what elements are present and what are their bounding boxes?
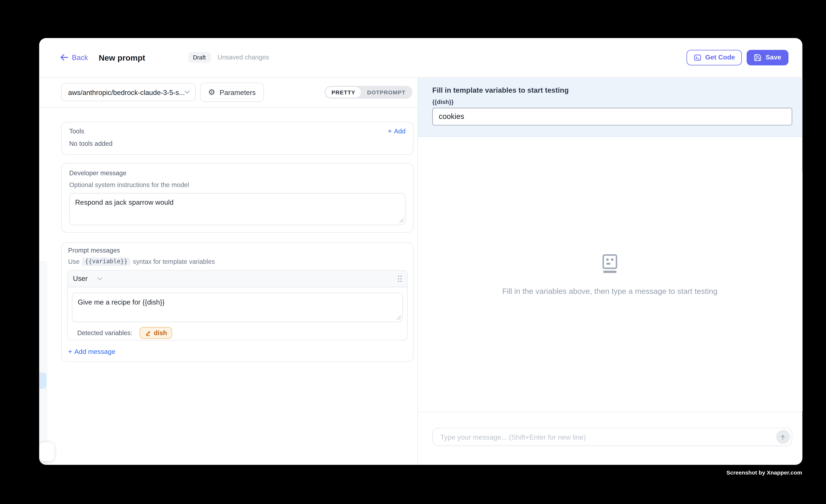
body: aws/anthropic/bedrock-claude-3-5-s... ⚙ … [39,77,802,465]
developer-message-title: Developer message [69,169,406,177]
message-textarea-wrap: Give me a recipe for {{dish}} [72,293,403,322]
edit-pen-icon [145,329,151,336]
save-label: Save [766,54,781,61]
hint-prefix: Use [68,258,79,265]
format-toggle: PRETTY DOTPROMPT [324,86,413,99]
chevron-down-icon [97,277,103,280]
arrow-up-icon [779,433,786,440]
variable-badge-label: dish [154,329,167,336]
tester-pane: Fill in template variables to start test… [417,77,802,465]
developer-message-input[interactable]: Respond as jack sparrow would [69,193,406,225]
back-arrow-icon [60,54,68,61]
plus-icon: + [68,348,72,355]
get-code-label: Get Code [705,54,735,61]
prompt-messages-title: Prompt messages [68,246,408,254]
toggle-pretty[interactable]: PRETTY [326,87,361,98]
background-floating-card[interactable] [39,442,54,461]
editor-toolbar: aws/anthropic/bedrock-claude-3-5-s... ⚙ … [39,77,417,108]
dish-variable-input[interactable] [432,108,792,125]
tools-title: Tools [69,127,84,135]
header: Back New prompt Draft Unsaved changes Ge… [39,38,802,77]
editor-scroll-area: Tools + Add No tools added Developer mes… [39,108,417,362]
developer-message-card: Developer message Optional system instru… [61,163,414,232]
plus-icon: + [388,128,392,134]
app-window: Back New prompt Draft Unsaved changes Ge… [39,38,802,465]
drag-handle[interactable] [398,275,402,282]
chevron-down-icon [184,91,190,94]
back-button[interactable]: Back [60,54,88,62]
message-header: User [68,270,407,287]
chat-input-bar [417,412,802,465]
send-button[interactable] [776,430,790,444]
code-terminal-icon [694,54,702,62]
chat-empty-state: Fill in the variables above, then type a… [417,137,802,412]
role-selector-value[interactable]: User [73,274,88,282]
add-message-button[interactable]: + Add message [68,348,408,355]
prompt-editor-pane: aws/anthropic/bedrock-claude-3-5-s... ⚙ … [39,77,418,465]
variable-code-chip: {{variable}} [82,257,130,266]
hint-suffix: syntax for template variables [133,258,215,265]
bot-face-icon [600,253,620,274]
chat-message-input[interactable] [439,432,773,442]
unsaved-changes-note: Unsaved changes [218,54,269,61]
save-icon [754,54,762,62]
stage: Back New prompt Draft Unsaved changes Ge… [0,0,826,504]
user-message-input[interactable]: Give me a recipe for {{dish}} [72,293,403,322]
save-button[interactable]: Save [747,50,788,65]
tools-empty-text: No tools added [69,140,406,147]
developer-textarea-wrap: Respond as jack sparrow would [69,193,406,225]
header-actions: Get Code Save [686,50,788,65]
parameters-button[interactable]: ⚙ Parameters [200,83,264,102]
chat-input-wrap [432,428,792,446]
empty-state-message: Fill in the variables above, then type a… [502,287,717,295]
message-block: User Give me a recipe for {{d [67,270,408,340]
drag-handle-icon [398,275,402,282]
dish-variable-label: {{dish}} [432,98,792,105]
model-selector-value: aws/anthropic/bedrock-claude-3-5-s... [68,88,184,97]
status-badge: Draft [188,52,211,63]
variable-badge-dish[interactable]: dish [139,327,172,338]
prompt-messages-card: Prompt messages Use {{variable}} syntax … [61,242,414,362]
page-title: New prompt [99,53,145,62]
background-sidebar-selected-item[interactable] [39,373,47,389]
tools-card: Tools + Add No tools added [61,121,414,154]
parameters-label: Parameters [220,88,256,97]
model-selector[interactable]: aws/anthropic/bedrock-claude-3-5-s... [61,83,196,102]
add-message-label: Add message [74,348,115,355]
watermark: Screenshot by Xnapper.com [726,469,802,476]
back-label: Back [72,54,88,62]
variable-syntax-hint: Use {{variable}} syntax for template var… [68,257,408,266]
add-tool-label: Add [394,127,406,135]
toggle-dotprompt[interactable]: DOTPROMPT [361,87,411,98]
variables-panel-title: Fill in template variables to start test… [432,86,792,94]
tools-card-head: Tools + Add [69,127,406,135]
developer-message-subtitle: Optional system instructions for the mod… [69,181,406,188]
template-variables-panel: Fill in template variables to start test… [417,77,802,137]
detected-variables-row: Detected variables: dish [72,322,403,339]
get-code-button[interactable]: Get Code [686,50,742,65]
background-sidebar-strip [39,261,47,465]
role-selector[interactable] [97,277,103,280]
add-tool-button[interactable]: + Add [388,127,406,135]
detected-variables-label: Detected variables: [77,329,132,336]
message-body: Give me a recipe for {{dish}} Detected v… [68,287,407,339]
gear-icon: ⚙ [208,88,215,97]
